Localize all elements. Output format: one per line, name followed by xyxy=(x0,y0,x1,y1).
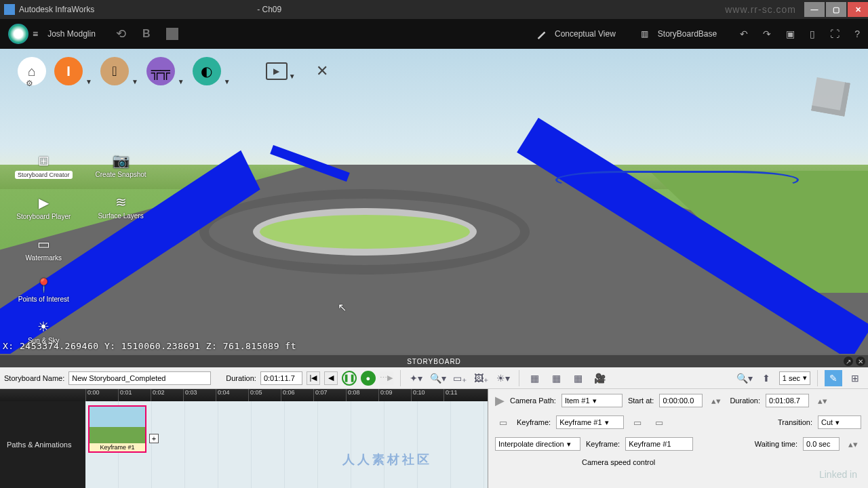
duration-label: Duration: xyxy=(226,374,256,382)
add-title-icon[interactable]: ▭₊ xyxy=(451,370,469,386)
storyboard-creator-tool[interactable]: ⊞ Storyboard Creator xyxy=(15,152,73,179)
add-keyframe-button[interactable]: + xyxy=(149,434,159,443)
stepper-icon[interactable]: ▴▾ xyxy=(814,393,831,408)
bridge-tool-button[interactable]: ╦╦ xyxy=(146,57,175,85)
keyframe2-input[interactable] xyxy=(625,437,693,451)
3d-viewport[interactable]: ↖ ⌂ I ▼ 𓂃 ▼ ╦╦ ▼ ◐ ▼ ▶ ▼ ✕ ⚙ ⊞ Storyboar… xyxy=(0,49,868,354)
storyboard-toolbar: Storyboard Name: Duration: |◀ ◀ ❚❚ ● ⋯▶ … xyxy=(0,367,868,389)
drainage-tool-button[interactable]: ◐ xyxy=(193,57,221,85)
add-path-icon[interactable]: ✦▾ xyxy=(408,370,425,386)
undo-icon[interactable]: ↶ xyxy=(740,28,748,39)
keyframe-clip[interactable]: Keyframe #1 xyxy=(88,405,146,453)
camera-path-select[interactable]: Item #1▾ xyxy=(561,394,623,407)
fullscreen-icon[interactable]: ⛶ xyxy=(830,28,840,39)
timeline-track-area[interactable]: Paths & Animations Keyframe #1 + xyxy=(0,401,488,488)
next-button[interactable]: ⋯▶ xyxy=(380,371,393,385)
kf-action2-icon[interactable]: ▭ xyxy=(651,415,667,430)
interpolate-select[interactable]: Interpolate direction▾ xyxy=(495,437,580,451)
sync-icon[interactable]: ⟲ xyxy=(116,26,126,41)
road-tool-button[interactable]: 𓂃 xyxy=(100,57,129,85)
conceptual-view-label[interactable]: Conceptual View xyxy=(555,29,616,39)
user-name: Josh Modglin xyxy=(47,29,96,39)
dropdown-icon[interactable]: ▼ xyxy=(224,78,231,85)
stepper-icon[interactable]: ▴▾ xyxy=(845,436,861,451)
gear-icon[interactable]: ⚙ xyxy=(26,79,33,88)
storyboard-name-label: Storyboard Name: xyxy=(4,374,64,382)
watermarks-tool[interactable]: ▭ Watermarks xyxy=(26,235,62,262)
redo-icon[interactable]: ↷ xyxy=(763,28,771,39)
duration-input[interactable] xyxy=(260,371,302,385)
kf-action1-icon[interactable]: ▭ xyxy=(629,415,646,430)
play-icon[interactable]: ▶ xyxy=(495,393,505,408)
stepper-icon[interactable]: ▴▾ xyxy=(708,393,724,408)
weather-icon[interactable]: ☀▾ xyxy=(494,370,512,386)
window-maximize-button[interactable]: ▢ xyxy=(826,2,846,17)
storyboard-icon: ▥ xyxy=(639,28,651,40)
waiting-time-input[interactable] xyxy=(803,437,840,451)
watermark-url: www.rr-sc.com xyxy=(725,4,796,15)
dropdown-icon[interactable]: ▼ xyxy=(132,78,138,85)
grid3-icon[interactable]: ▦ xyxy=(570,370,587,386)
grid-view-icon[interactable]: ⊞ xyxy=(846,370,864,386)
tool-label: Watermarks xyxy=(26,254,62,262)
panel-title: STORYBOARD xyxy=(407,358,461,365)
storyboard-name-input[interactable] xyxy=(68,371,211,385)
record-button[interactable]: ● xyxy=(361,371,376,386)
pen-icon xyxy=(536,28,548,40)
sun-icon: ☀ xyxy=(33,318,54,336)
speed-select[interactable]: 1 sec▾ xyxy=(779,371,810,385)
dropdown-icon[interactable]: ▼ xyxy=(289,73,296,80)
pointer-icon[interactable]: ⬆ xyxy=(757,370,775,386)
menu-icon[interactable]: ≡ xyxy=(33,28,38,39)
document-name: - Ch09 xyxy=(257,5,281,14)
grid1-icon[interactable]: ▦ xyxy=(526,370,544,386)
watermark-icon: ▭ xyxy=(33,235,54,253)
transition-select[interactable]: Cut▾ xyxy=(818,415,861,429)
keyframe-thumb xyxy=(90,407,145,443)
help-icon[interactable]: ? xyxy=(854,28,860,39)
camera-speed-label: Camera speed control xyxy=(582,458,655,466)
surface-layers-tool[interactable]: ≋ Surface Layers xyxy=(98,193,143,220)
layers-icon: ≋ xyxy=(111,193,131,211)
add-image-icon[interactable]: 🖼₊ xyxy=(473,370,490,386)
infraworks-tool-button[interactable]: I xyxy=(54,57,83,85)
present-icon[interactable]: ▣ xyxy=(786,28,795,39)
create-snapshot-tool[interactable]: 📷 Create Snapshot xyxy=(96,152,146,178)
cube-icon[interactable] xyxy=(166,28,178,40)
present-button[interactable]: ▶ xyxy=(266,62,288,80)
grid2-icon[interactable]: ▦ xyxy=(548,370,566,386)
dropdown-icon[interactable]: ▼ xyxy=(178,78,184,85)
edit-mode-icon[interactable]: ✎ xyxy=(825,370,842,386)
viewcube[interactable] xyxy=(811,77,850,117)
window-close-button[interactable]: ✕ xyxy=(848,2,868,17)
zoom-add-icon[interactable]: 🔍▾ xyxy=(429,370,447,386)
settings-tools-icon[interactable]: ✕ xyxy=(316,62,328,80)
timeline: 0:000:010:020:030:040:050:060:070:080:09… xyxy=(0,389,488,488)
export-video-icon[interactable]: 🎥 xyxy=(591,370,609,386)
duration2-label: Duration: xyxy=(730,396,760,405)
keyframe-select[interactable]: Keyframe #1▾ xyxy=(556,415,624,429)
close-icon[interactable]: ✕ xyxy=(856,357,865,366)
keyframe-label: Keyframe: xyxy=(517,418,551,426)
timeline-ruler[interactable]: 0:000:010:020:030:040:050:060:070:080:09… xyxy=(0,389,488,401)
first-button[interactable]: |◀ xyxy=(307,371,320,385)
tool-label: Storyboard Creator xyxy=(15,171,73,179)
waiting-time-label: Waiting time: xyxy=(755,440,797,448)
zoom-fit-icon[interactable]: 🔍▾ xyxy=(736,370,753,386)
duration2-input[interactable] xyxy=(766,394,809,407)
poi-tool[interactable]: 📍 Points of Interest xyxy=(18,277,69,303)
product-logo-icon[interactable] xyxy=(8,24,28,44)
storyboard-player-tool[interactable]: ▶ Storyboard Player xyxy=(16,194,71,220)
dropdown-icon[interactable]: ▼ xyxy=(85,78,92,85)
tool-label: Points of Interest xyxy=(18,296,69,303)
pause-button[interactable]: ❚❚ xyxy=(342,371,357,386)
window-minimize-button[interactable]: — xyxy=(804,2,825,17)
bookmark-icon[interactable]: B xyxy=(142,28,151,40)
start-at-input[interactable] xyxy=(659,394,703,407)
play-icon: ▶ xyxy=(33,194,54,211)
coordinates-readout: X: 2453374.269460 Y: 1510060.238691 Z: 7… xyxy=(3,341,296,351)
popout-icon[interactable]: ↗ xyxy=(844,357,853,366)
panel-icon[interactable]: ▯ xyxy=(810,28,815,39)
storyboard-base-label[interactable]: StoryBoardBase xyxy=(658,29,717,39)
prev-button[interactable]: ◀ xyxy=(324,371,338,385)
